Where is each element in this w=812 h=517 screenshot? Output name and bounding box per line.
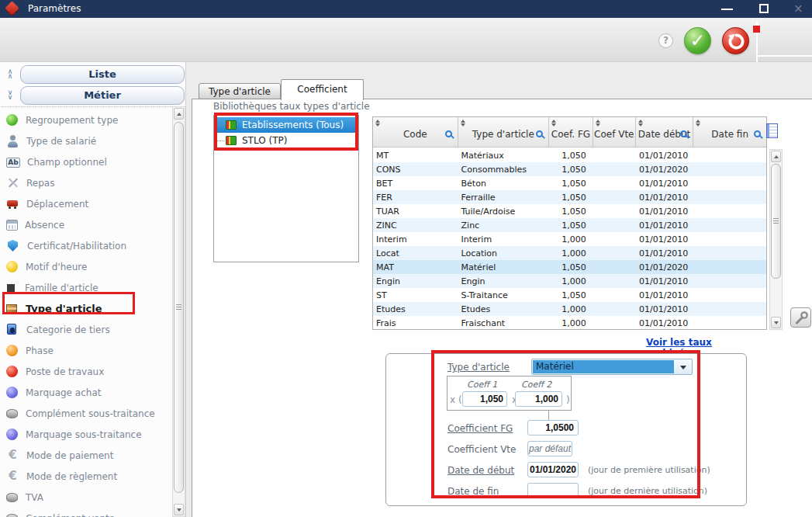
column-header-type-d-article[interactable]: Type d'article xyxy=(458,117,550,147)
book-icon xyxy=(226,120,237,130)
sidebar-item-champ-optionnel[interactable]: AbChamp optionnel xyxy=(0,151,172,172)
table-scrollbar[interactable] xyxy=(769,149,783,330)
sidebar-item-tva[interactable]: TVA xyxy=(0,487,172,508)
scrollbar-thumb[interactable] xyxy=(174,122,184,493)
sidebar-item-regroupement-type[interactable]: Regroupement type xyxy=(0,109,172,130)
cell: Fraischant xyxy=(458,318,550,328)
table-row-zinc[interactable]: ZINCZinc1,05001/01/2010 xyxy=(373,218,766,232)
table-row-tuar[interactable]: TUARTuile/Ardoise1,05001/01/2010 xyxy=(373,204,766,218)
table-row-interim[interactable]: InterimInterim1,00001/01/2010 xyxy=(373,232,766,246)
toolbar-divider-2 xyxy=(758,55,812,57)
tab-type-article[interactable]: Type d'article xyxy=(199,83,281,99)
column-header-coef-vte[interactable]: Coef Vte xyxy=(593,117,636,147)
sidebar-item-phase[interactable]: Phase xyxy=(0,340,172,361)
column-header-date-debut[interactable]: Date début xyxy=(636,117,694,147)
cell: 1,000 xyxy=(549,304,593,314)
tab-coefficient[interactable]: Coefficient xyxy=(281,79,364,100)
coeff2-input[interactable] xyxy=(515,391,562,407)
close-button[interactable]: × xyxy=(793,2,803,16)
cell: Frais xyxy=(373,318,458,328)
search-icon[interactable] xyxy=(445,130,452,137)
validate-button[interactable]: ✓ xyxy=(684,27,711,54)
tools-button[interactable] xyxy=(790,307,811,328)
sidebar-item-deplacement[interactable]: Déplacement xyxy=(0,193,172,214)
coefficient-table: CodeType d'articleCoef. FGCoef VteDate d… xyxy=(372,116,767,330)
help-button[interactable]: ? xyxy=(658,33,673,48)
table-row-fer[interactable]: FERFerraille1,05001/01/2010 xyxy=(373,190,766,204)
coefficient-fg-input[interactable] xyxy=(527,420,579,435)
sidebar-item-mode-de-reglement[interactable]: €Mode de règlement xyxy=(0,466,172,487)
sphere-red-icon xyxy=(6,366,18,377)
sidebar-item-label: Poste de travaux xyxy=(26,366,104,377)
sort-icon xyxy=(696,120,701,127)
cell: 01/01/2010 xyxy=(636,248,694,258)
cell: 1,050 xyxy=(549,165,593,175)
table-grid-icon[interactable] xyxy=(766,123,778,138)
date-debut-input[interactable] xyxy=(527,462,579,477)
coefficient-vte-input[interactable] xyxy=(527,441,572,456)
cell: 01/01/2010 xyxy=(636,290,694,300)
sidebar-item-type-de-salarie[interactable]: Type de salarié xyxy=(0,130,172,151)
expand-all-icon[interactable]: ∨ ∨ xyxy=(3,87,17,104)
maximize-button[interactable] xyxy=(759,4,769,13)
sidebar-item-certificat-habilitation[interactable]: Certificat/Habilitation xyxy=(0,235,172,256)
scroll-down-button[interactable] xyxy=(174,504,184,515)
cell: 01/01/2010 xyxy=(636,234,694,245)
date-fin-input[interactable] xyxy=(527,483,579,498)
sphere-violet-icon xyxy=(6,387,18,398)
cell: Matériaux xyxy=(458,151,550,161)
collapse-all-icon[interactable]: ∧ ∧ xyxy=(3,66,17,83)
coeff1-input[interactable] xyxy=(462,391,507,407)
search-icon[interactable] xyxy=(536,130,543,137)
sidebar-item-motif-d-heure[interactable]: Motif d'heure xyxy=(0,256,172,277)
cell: Etudes xyxy=(373,304,458,314)
table-header: CodeType d'articleCoef. FGCoef VteDate d… xyxy=(373,117,766,147)
table-scrollbar-thumb[interactable] xyxy=(771,164,781,279)
sidebar-item-complement-sous-traitance[interactable]: Complément sous-traitance xyxy=(0,403,172,424)
table-row-locat[interactable]: LocatLocation1,00001/01/2010 xyxy=(373,246,766,260)
sidebar-item-complement-vente[interactable]: Complément vente xyxy=(0,508,172,517)
table-scroll-up-button[interactable] xyxy=(771,151,781,162)
table-row-mt[interactable]: MTMatériaux1,05001/01/2010 xyxy=(373,148,766,162)
table-row-st[interactable]: STS-Traitance1,05001/01/2010 xyxy=(373,288,766,302)
sidebar-item-repas[interactable]: Repas xyxy=(0,172,172,193)
table-row-frais[interactable]: FraisFraischant1,00001/01/2010 xyxy=(373,316,766,330)
table-row-cons[interactable]: CONSConsommables1,05001/01/2020 xyxy=(373,162,766,176)
table-row-mat[interactable]: MATMatériel1,05001/01/2020 xyxy=(373,260,766,274)
tree-item-etablissements-tous[interactable]: Etablissements (Tous) xyxy=(214,117,358,133)
sidebar-item-absence[interactable]: Absence xyxy=(0,214,172,235)
date-debut-note: (jour de première utilisation) xyxy=(588,465,710,475)
scroll-up-button[interactable] xyxy=(174,108,184,120)
sidebar-item-poste-de-travaux[interactable]: Poste de travaux xyxy=(0,361,172,382)
sidebar-item-mode-de-paiement[interactable]: €Mode de paiement xyxy=(0,445,172,466)
tree-item-stlo-tp[interactable]: STLO (TP) xyxy=(214,133,358,148)
cancel-undo-button[interactable] xyxy=(722,27,749,54)
cell: 1,050 xyxy=(549,193,593,203)
annotation-dot xyxy=(753,26,760,33)
sidebar-item-marquage-achat[interactable]: Marquage achat xyxy=(0,382,172,403)
column-header-date-fin[interactable]: Date fin xyxy=(693,117,766,147)
cell: S-Traitance xyxy=(458,290,550,300)
column-header-coef-fg[interactable]: Coef. FG xyxy=(549,117,593,147)
column-header-code[interactable]: Code xyxy=(373,117,458,147)
sidebar-item-marquage-sous-traitance[interactable]: Marquage sous-traitance xyxy=(0,424,172,445)
cell: TUAR xyxy=(373,206,458,217)
table-row-engin[interactable]: EnginEngin1,00001/01/2010 xyxy=(373,274,766,288)
minimize-button[interactable] xyxy=(721,9,733,10)
sidebar-item-categorie-de-tiers[interactable]: Categorie de tiers xyxy=(0,319,172,340)
search-icon[interactable] xyxy=(754,130,761,137)
cell: BET xyxy=(373,179,458,189)
sidebar-item-famille-d-article[interactable]: Famille d'article xyxy=(0,277,172,298)
sidebar-item-type-d-article[interactable]: Type d'article xyxy=(0,298,172,319)
sidebar-scrollbar[interactable] xyxy=(172,106,185,517)
cell: 01/01/2010 xyxy=(636,276,694,286)
sidebar-section-metier[interactable]: Métier xyxy=(20,86,185,105)
type-article-dropdown[interactable]: Matériel xyxy=(531,359,693,375)
table-row-etudes[interactable]: EtudesEtudes1,00001/01/2010 xyxy=(373,302,766,316)
table-scroll-down-button[interactable] xyxy=(771,317,781,328)
sidebar-section-liste[interactable]: Liste xyxy=(20,65,185,84)
search-icon[interactable] xyxy=(680,130,687,137)
sidebar-item-label: Déplacement xyxy=(26,199,88,210)
table-row-bet[interactable]: BETBéton1,05001/01/2010 xyxy=(373,176,766,190)
cell: Engin xyxy=(373,276,458,286)
